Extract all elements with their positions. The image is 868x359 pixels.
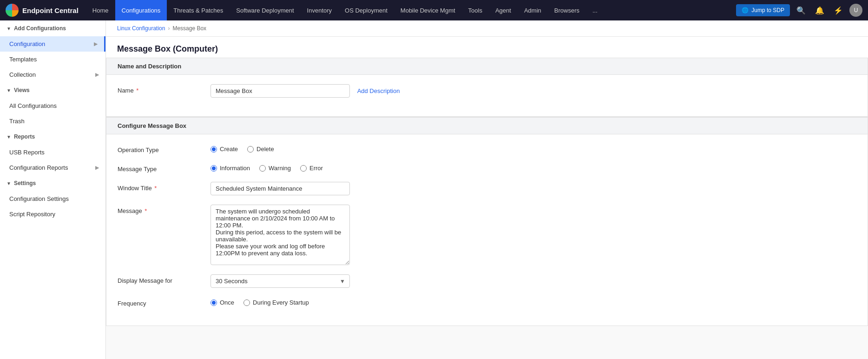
display-message-control: 30 Seconds 60 Seconds 120 Seconds ▼ [210, 274, 856, 288]
nav-software-deployment[interactable]: Software Deployment [230, 0, 300, 20]
message-type-error-label: Error [309, 165, 323, 172]
search-icon: 🔍 [796, 6, 806, 15]
nav-items: Home Configurations Threats & Patches So… [86, 0, 736, 20]
section-settings[interactable]: ▼ Settings [0, 175, 105, 191]
brand-name: Endpoint Central [22, 7, 79, 14]
sidebar-item-collection[interactable]: Collection ▶ [0, 67, 105, 82]
section-views[interactable]: ▼ Views [0, 82, 105, 98]
notifications-button[interactable]: 🔔 [812, 3, 827, 18]
sidebar-item-configuration-settings[interactable]: Configuration Settings [0, 191, 105, 206]
nav-more[interactable]: ... [586, 0, 604, 20]
breadcrumb-parent[interactable]: Linux Configuration [117, 25, 165, 32]
chevron-down-icon-reports: ▼ [7, 134, 11, 140]
sidebar: ▼ Add Configurations Configuration ▶ Tem… [0, 20, 106, 359]
jump-to-sdp-label: Jump to SDP [751, 7, 784, 13]
name-label: Name * [118, 84, 210, 94]
name-row: Name * Add Description [118, 84, 856, 98]
nav-inventory[interactable]: Inventory [301, 0, 338, 20]
frequency-label: Frequency [118, 297, 210, 307]
sdp-icon: 🌐 [742, 7, 749, 13]
message-row: Message * [118, 205, 856, 265]
message-type-error-radio[interactable] [300, 165, 307, 172]
operation-delete-option[interactable]: Delete [247, 146, 274, 153]
sidebar-item-configuration[interactable]: Configuration ▶ [0, 36, 105, 52]
section-add-configurations[interactable]: ▼ Add Configurations [0, 20, 105, 36]
chevron-right-icon: ▶ [94, 41, 98, 47]
operation-delete-radio[interactable] [247, 146, 254, 153]
name-description-section: Name and Description Name * Add Descript… [106, 58, 868, 117]
breadcrumb-current: Message Box [172, 25, 206, 32]
section-views-label: Views [14, 87, 30, 93]
window-title-label: Window Title * [118, 182, 210, 192]
frequency-startup-radio[interactable] [243, 299, 250, 306]
frequency-options: Once During Every Startup [210, 297, 856, 306]
sidebar-item-script-repository-label: Script Repository [9, 211, 55, 218]
configure-section: Configure Message Box Operation Type Cre… [106, 117, 868, 326]
section-settings-label: Settings [14, 180, 36, 186]
operation-create-radio[interactable] [210, 146, 217, 153]
sidebar-item-trash[interactable]: Trash [0, 113, 105, 129]
nav-admin[interactable]: Admin [518, 0, 548, 20]
message-type-error-option[interactable]: Error [300, 165, 323, 172]
sidebar-item-all-configurations[interactable]: All Configurations [0, 98, 105, 113]
frequency-once-radio[interactable] [210, 299, 217, 306]
message-type-information-label: Information [220, 165, 250, 172]
sidebar-item-usb-reports[interactable]: USB Reports [0, 145, 105, 160]
layout: ▼ Add Configurations Configuration ▶ Tem… [0, 20, 868, 359]
name-required-marker: * [135, 87, 139, 94]
message-type-warning-label: Warning [269, 165, 291, 172]
operation-create-option[interactable]: Create [210, 146, 238, 153]
sidebar-item-configuration-reports[interactable]: Configuration Reports ▶ [0, 160, 105, 175]
chevron-down-icon-settings: ▼ [7, 181, 11, 186]
avatar[interactable]: U [849, 4, 862, 17]
chevron-right-icon-2: ▶ [95, 72, 99, 78]
section-reports-label: Reports [14, 133, 35, 140]
frequency-row: Frequency Once During Every Startup [118, 297, 856, 307]
breadcrumb-separator: › [168, 25, 170, 32]
message-type-information-radio[interactable] [210, 165, 217, 172]
display-message-label: Display Message for [118, 274, 210, 284]
window-title-row: Window Title * [118, 182, 856, 195]
frequency-startup-option[interactable]: During Every Startup [243, 299, 309, 306]
page-title: Message Box (Computer) [106, 37, 868, 58]
jump-to-sdp-button[interactable]: 🌐 Jump to SDP [736, 4, 790, 16]
operation-type-label: Operation Type [118, 144, 210, 153]
nav-browsers[interactable]: Browsers [548, 0, 586, 20]
breadcrumb: Linux Configuration › Message Box [106, 20, 868, 37]
chevron-right-icon-3: ▶ [95, 165, 99, 171]
window-title-input[interactable] [210, 182, 350, 195]
message-label: Message * [118, 205, 210, 214]
search-button[interactable]: 🔍 [794, 3, 809, 18]
section-reports[interactable]: ▼ Reports [0, 129, 105, 145]
nav-threats[interactable]: Threats & Patches [167, 0, 230, 20]
window-title-required: * [153, 185, 157, 192]
topnav: Endpoint Central Home Configurations Thr… [0, 0, 868, 20]
sidebar-item-script-repository[interactable]: Script Repository [0, 206, 105, 222]
display-message-select[interactable]: 30 Seconds 60 Seconds 120 Seconds [210, 274, 350, 288]
message-type-warning-option[interactable]: Warning [259, 165, 291, 172]
message-type-warning-radio[interactable] [259, 165, 266, 172]
sidebar-item-trash-label: Trash [9, 118, 25, 125]
nav-configurations[interactable]: Configurations [115, 0, 167, 20]
sidebar-item-templates[interactable]: Templates [0, 52, 105, 67]
frequency-once-label: Once [220, 299, 234, 306]
nav-home[interactable]: Home [86, 0, 115, 20]
message-textarea[interactable] [210, 205, 350, 265]
nav-tools[interactable]: Tools [462, 0, 489, 20]
brand-logo [6, 4, 19, 17]
flash-icon: ⚡ [834, 6, 843, 15]
flash-button[interactable]: ⚡ [831, 3, 846, 18]
nav-agent[interactable]: Agent [489, 0, 518, 20]
sidebar-item-collection-label: Collection [9, 71, 36, 78]
nav-os-deployment[interactable]: OS Deployment [338, 0, 394, 20]
name-input[interactable] [210, 84, 350, 98]
operation-type-row: Operation Type Create Delete [118, 144, 856, 153]
frequency-once-option[interactable]: Once [210, 299, 234, 306]
message-type-information-option[interactable]: Information [210, 165, 250, 172]
nav-right: 🌐 Jump to SDP 🔍 🔔 ⚡ U [736, 3, 862, 18]
section-add-configurations-label: Add Configurations [14, 25, 66, 32]
operation-create-label: Create [220, 146, 238, 153]
nav-mobile-device[interactable]: Mobile Device Mgmt [394, 0, 462, 20]
message-type-options: Information Warning Error [210, 163, 856, 172]
add-description-link[interactable]: Add Description [357, 87, 400, 94]
